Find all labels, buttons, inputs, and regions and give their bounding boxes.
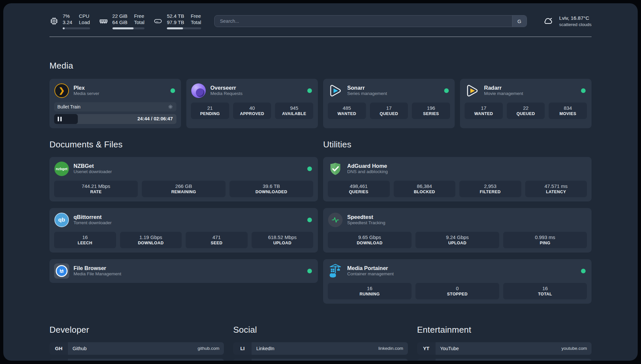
app-subtitle: Container management <box>347 271 577 277</box>
link-github[interactable]: GH Github github.com <box>49 342 224 355</box>
adguard-icon <box>328 161 343 176</box>
disk-label-top: Free <box>191 13 201 19</box>
nzbget-icon: nzbget <box>54 161 69 176</box>
app-subtitle: Media server <box>74 91 166 97</box>
weather-condition: scattered clouds <box>559 22 592 28</box>
link-youtube[interactable]: YT YouTube youtube.com <box>417 342 592 355</box>
media-grid: ❯ Plex Media server Bullet Train <box>49 79 592 128</box>
playback-progress-bar[interactable]: 24:44 / 02:06:47 <box>54 114 176 124</box>
filebrowser-icon <box>54 263 69 279</box>
disk-progress-bar <box>167 27 201 29</box>
speedtest-icon <box>328 212 343 228</box>
stat-tile: 0 STOPPED <box>415 283 499 299</box>
weather-widget[interactable]: Lviv, 16.87°C scattered clouds <box>541 15 592 27</box>
stat-tile: 16 RUNNING <box>328 283 412 299</box>
stat-tile: 9.24 Gbps UPLOAD <box>415 232 499 248</box>
status-badge <box>444 88 449 93</box>
stat-tile: 266 GB REMAINING <box>142 181 226 197</box>
stat-tile: 21 PENDING <box>191 103 229 119</box>
search-engine-button[interactable]: G <box>512 15 527 27</box>
section-title-utilities: Utilities <box>323 139 592 150</box>
status-badge <box>307 88 312 93</box>
stat-tile: 17 QUEUED <box>370 103 408 119</box>
link-linkedin[interactable]: LI LinkedIn linkedin.com <box>233 342 408 355</box>
link-twitter[interactable]: TW Twitter twitter.com <box>233 359 408 361</box>
app-subtitle: Media File Management <box>74 271 303 277</box>
app-card-portainer[interactable]: Media Portainer Container management 16 … <box>323 259 592 304</box>
disk-free-value: 52.4 TB <box>167 13 184 19</box>
ram-progress-bar <box>112 27 145 29</box>
cpu-label-top: CPU <box>79 13 90 19</box>
app-card-filebrowser[interactable]: File Browser Media File Management <box>49 259 318 283</box>
stat-tile: 471 SEED <box>186 232 248 248</box>
stat-tile: 40 APPROVED <box>233 103 271 119</box>
section-title-social: Social <box>233 325 408 335</box>
app-name: NZBGet <box>74 163 303 169</box>
qbittorrent-icon: qb <box>54 212 69 228</box>
stat-tile: 945 AVAILABLE <box>275 103 313 119</box>
dashboard-panel: 7% 3.24 CPU Load <box>3 3 638 361</box>
disk-label-bottom: Total <box>191 19 201 26</box>
ram-total-value: 64 GiB <box>112 19 128 26</box>
link-netflix[interactable]: NF Netflix netflix.com <box>417 359 592 361</box>
app-card-qbittorrent[interactable]: qb qBittorrent Torrent downloader 16 LEE… <box>49 208 318 253</box>
app-card-radarr[interactable]: Radarr Movie management 17 WANTED 22 QUE… <box>460 79 592 128</box>
section-title-media: Media <box>49 61 592 71</box>
stat-tile: 86,384 BLOCKED <box>394 181 456 197</box>
status-badge <box>307 167 312 171</box>
now-playing-row: Bullet Train <box>54 102 176 111</box>
ram-free-value: 22 GiB <box>112 13 128 19</box>
sonarr-icon <box>328 83 343 98</box>
weather-location: Lviv, 16.87°C <box>559 15 592 21</box>
search-input[interactable] <box>215 15 512 27</box>
header: 7% 3.24 CPU Load <box>49 13 592 29</box>
stat-tile: 498,461 QUERIES <box>328 181 390 197</box>
system-stats: 7% 3.24 CPU Load <box>49 13 201 29</box>
app-name: Plex <box>74 84 166 91</box>
radarr-icon <box>465 83 480 98</box>
cpu-label-bottom: Load <box>79 19 90 26</box>
app-subtitle: Speedtest Tracking <box>347 220 587 226</box>
app-card-plex[interactable]: ❯ Plex Media server Bullet Train <box>49 79 181 128</box>
app-subtitle: Series management <box>347 91 440 97</box>
overseerr-icon <box>191 83 206 98</box>
status-badge <box>170 88 175 93</box>
stat-tile: 196 SERIES <box>412 103 450 119</box>
stat-tile: 618.52 Mbps UPLOAD <box>252 232 314 248</box>
links-section-social: Social LI LinkedIn linkedin.com TW Twitt… <box>233 325 408 361</box>
cpu-percent: 7% <box>63 13 72 19</box>
stat-tile: 834 MOVIES <box>549 103 587 119</box>
app-subtitle: DNS and adblocking <box>347 169 587 175</box>
app-name: qBittorrent <box>74 214 303 221</box>
cpu-stat: 7% 3.24 CPU Load <box>49 13 90 29</box>
app-name: Overseerr <box>210 84 303 91</box>
storage-stat: 52.4 TB 97.9 TB Free Total <box>153 13 201 29</box>
stat-tile: 16 LEECH <box>54 232 116 248</box>
settings-icon[interactable] <box>168 104 173 109</box>
stat-tile: 22 QUEUED <box>507 103 545 119</box>
stat-tile: 39.6 TB DOWNLOADED <box>229 181 313 197</box>
ram-label-bottom: Total <box>134 19 144 26</box>
now-playing-title: Bullet Train <box>57 104 80 109</box>
stat-tile: 0.993 ms PING <box>503 232 587 248</box>
app-card-speedtest[interactable]: Speedtest Speedtest Tracking 9.65 Gbps D… <box>323 208 592 253</box>
disk-icon <box>153 16 163 26</box>
app-card-nzbget[interactable]: nzbget NZBGet Usenet downloader 744.21 M… <box>49 157 318 201</box>
stat-tile: 9.65 Gbps DOWNLOAD <box>328 232 412 248</box>
stat-tile: 47.571 ms LATENCY <box>525 181 587 197</box>
pause-icon[interactable] <box>58 117 62 121</box>
cpu-progress-bar <box>63 27 90 29</box>
app-name: Radarr <box>484 84 577 91</box>
stat-tile: 16 TOTAL <box>503 283 587 299</box>
utilities-column: Utilities AdGuard Home <box>323 139 592 304</box>
app-card-sonarr[interactable]: Sonarr Series management 485 WANTED 17 Q… <box>323 79 455 128</box>
stat-tile: 1.19 Gbps DOWNLOAD <box>120 232 182 248</box>
cpu-load-value: 3.24 <box>63 19 72 26</box>
links-section-entertainment: Entertainment YT YouTube youtube.com NF … <box>417 325 592 361</box>
app-card-adguard[interactable]: AdGuard Home DNS and adblocking 498,461 … <box>323 157 592 201</box>
app-name: Sonarr <box>347 84 440 91</box>
link-stackoverflow[interactable]: SO StackOverflow stackoverflow.com <box>49 359 224 361</box>
playback-time: 24:44 / 02:06:47 <box>137 116 173 121</box>
app-card-overseerr[interactable]: Overseerr Media Requests 21 PENDING 40 A… <box>186 79 318 128</box>
status-badge <box>307 269 312 273</box>
